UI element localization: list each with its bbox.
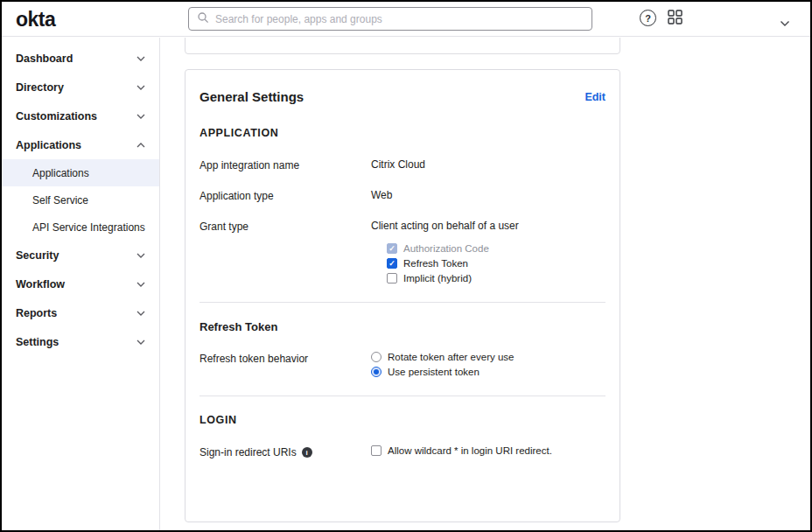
field-label: App integration name	[200, 158, 371, 172]
sidebar-item-label: Workflow	[16, 278, 65, 290]
option-label: Refresh Token	[403, 258, 468, 269]
sidebar-item-security[interactable]: Security	[2, 241, 159, 270]
field-label: Application type	[200, 189, 371, 202]
sidebar: Dashboard Directory Customizations Appli…	[2, 38, 160, 530]
radio-option-use-persistent-token[interactable]: Use persistent token	[371, 367, 606, 377]
sidebar-item-workflow[interactable]: Workflow	[2, 270, 159, 298]
sidebar-subitem-self-service[interactable]: Self Service	[2, 186, 159, 214]
grant-type-description: Client acting on behalf of a user	[371, 220, 519, 232]
sidebar-subitem-label: Self Service	[32, 194, 88, 206]
field-value: Client acting on behalf of a user Author…	[371, 220, 606, 288]
sidebar-item-applications[interactable]: Applications	[2, 130, 159, 159]
info-icon[interactable]	[302, 447, 312, 458]
option-label: Use persistent token	[388, 367, 480, 377]
grant-option-implicit-hybrid[interactable]: Implicit (hybrid)	[387, 273, 606, 284]
chevron-down-icon	[136, 253, 145, 258]
sidebar-subitem-applications[interactable]: Applications	[2, 159, 159, 186]
account-chevron-down-icon[interactable]	[780, 15, 790, 31]
sidebar-item-label: Dashboard	[16, 52, 73, 65]
sidebar-subitem-label: API Service Integrations	[32, 221, 145, 234]
field-label: Sign-in redirect URIs	[200, 445, 371, 458]
field-value: Rotate token after every use Use persist…	[371, 352, 606, 382]
grant-option-refresh-token[interactable]: Refresh Token	[387, 258, 606, 269]
field-label: Grant type	[200, 220, 371, 233]
option-label: Authorization Code	[403, 243, 489, 254]
sidebar-item-label: Directory	[16, 81, 64, 94]
field-row-refresh-token-behavior: Refresh token behavior Rotate token afte…	[200, 352, 606, 382]
card-title: General Settings	[200, 89, 304, 104]
field-value: Web	[371, 189, 606, 201]
radio-option-rotate-token[interactable]: Rotate token after every use	[371, 352, 606, 362]
field-row-sign-in-redirect-uris: Sign-in redirect URIs Allow wildcard * i…	[200, 445, 606, 458]
application-section-heading: APPLICATION	[200, 127, 606, 139]
sidebar-item-customizations[interactable]: Customizations	[2, 102, 159, 130]
radio-icon[interactable]	[371, 367, 382, 377]
login-section-heading: LOGIN	[200, 414, 606, 426]
sidebar-item-label: Reports	[16, 307, 57, 319]
sidebar-item-reports[interactable]: Reports	[2, 298, 159, 327]
sidebar-item-directory[interactable]: Directory	[2, 73, 159, 102]
sidebar-item-label: Applications	[16, 139, 81, 151]
global-search[interactable]	[188, 7, 592, 31]
field-label-text: Sign-in redirect URIs	[200, 446, 297, 458]
search-input[interactable]	[215, 13, 584, 25]
search-icon	[197, 11, 209, 27]
wildcard-checkbox-option[interactable]: Allow wildcard * in login URI redirect.	[371, 445, 606, 456]
sidebar-item-label: Security	[16, 249, 59, 262]
refresh-token-section-heading: Refresh Token	[200, 320, 606, 333]
sidebar-item-settings[interactable]: Settings	[2, 327, 159, 356]
chevron-down-icon	[136, 282, 145, 287]
grant-option-authorization-code[interactable]: Authorization Code	[387, 243, 606, 254]
option-label: Allow wildcard * in login URI redirect.	[388, 445, 552, 456]
sidebar-subitem-api-service-integrations[interactable]: API Service Integrations	[2, 214, 159, 241]
chevron-up-icon	[136, 143, 145, 148]
checkbox-icon[interactable]	[371, 445, 382, 456]
chevron-down-icon	[136, 56, 145, 61]
sidebar-subitem-label: Applications	[32, 167, 89, 179]
sidebar-item-label: Customizations	[16, 110, 97, 122]
general-settings-card: General Settings Edit APPLICATION App in…	[185, 69, 620, 522]
field-row-grant-type: Grant type Client acting on behalf of a …	[200, 220, 606, 288]
okta-logo[interactable]: okta	[16, 8, 55, 32]
field-row-application-type: Application type Web	[200, 189, 606, 202]
field-value: Citrix Cloud	[371, 158, 606, 171]
grant-options-list: Authorization Code Refresh Token Implici…	[387, 243, 606, 284]
chevron-down-icon	[136, 311, 145, 316]
option-label: Implicit (hybrid)	[403, 273, 472, 284]
edit-button[interactable]: Edit	[584, 91, 606, 103]
card-header: General Settings Edit	[200, 89, 606, 104]
sidebar-item-dashboard[interactable]: Dashboard	[2, 44, 159, 73]
checkbox-icon[interactable]	[387, 243, 397, 254]
chevron-down-icon	[136, 114, 145, 119]
sidebar-item-label: Settings	[16, 336, 59, 348]
option-label: Rotate token after every use	[388, 352, 514, 362]
checkbox-icon[interactable]	[387, 273, 397, 284]
field-label: Refresh token behavior	[200, 352, 371, 365]
field-row-app-integration-name: App integration name Citrix Cloud	[200, 158, 606, 172]
previous-card-partial	[185, 38, 620, 54]
divider	[200, 302, 606, 303]
chevron-down-icon	[136, 340, 145, 345]
help-icon[interactable]	[640, 10, 656, 26]
okta-admin-window: okta Dashboard Directory Customizations	[0, 0, 812, 532]
checkbox-icon[interactable]	[387, 258, 397, 269]
main-content[interactable]: General Settings Edit APPLICATION App in…	[161, 38, 810, 530]
divider	[200, 396, 606, 396]
topbar: okta	[2, 2, 810, 37]
field-value: Allow wildcard * in login URI redirect.	[371, 445, 606, 456]
apps-grid-icon[interactable]	[668, 10, 682, 28]
chevron-down-icon	[136, 85, 145, 90]
radio-icon[interactable]	[371, 352, 382, 362]
